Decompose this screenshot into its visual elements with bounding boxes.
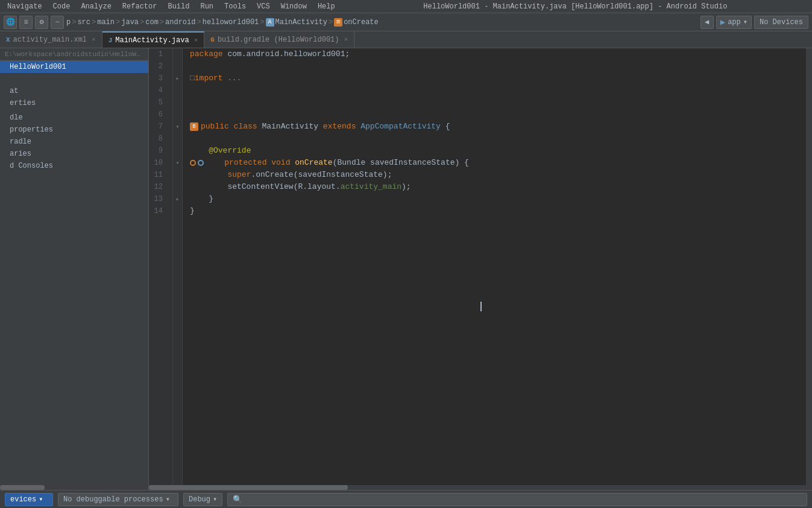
tab-label-xml: activity_main.xml bbox=[13, 36, 87, 44]
tab-close-java[interactable]: × bbox=[194, 37, 198, 44]
devices-dropdown[interactable]: evices ▾ bbox=[5, 493, 53, 506]
code-line-11: super.onCreate(savedInstanceState); bbox=[190, 169, 799, 181]
sidebar-scrollbar[interactable] bbox=[0, 485, 148, 490]
code-line-12: setContentView(R.layout.activity_main); bbox=[190, 181, 799, 193]
menu-analyze[interactable]: Analyze bbox=[76, 1, 116, 12]
gear-icon[interactable]: ⚙ bbox=[35, 16, 48, 29]
tab-close-xml[interactable]: × bbox=[92, 36, 96, 43]
code-line-5 bbox=[190, 97, 799, 109]
level-label: Debug bbox=[189, 495, 210, 504]
gradle-icon: G bbox=[210, 36, 215, 43]
menu-build[interactable]: Build bbox=[163, 1, 194, 12]
toolbar-right: ◀ ▶ app ▾ No Devices bbox=[700, 16, 808, 29]
code-line-10: protected void onCreate(Bundle savedInst… bbox=[190, 157, 799, 169]
no-devices-label: No Devices bbox=[760, 18, 803, 27]
tab-label-gradle: build.gradle (HelloWorld001) bbox=[218, 36, 339, 44]
xml-icon: X bbox=[6, 36, 10, 43]
fold-gutter: ▸ ▾ ▾ ▸ bbox=[173, 48, 183, 485]
breadcrumb-helloworld001[interactable]: helloworld001 bbox=[203, 18, 259, 27]
sidebar-item-radle[interactable]: radle bbox=[0, 136, 148, 148]
breadcrumb-mainactivity[interactable]: MainActivity bbox=[275, 18, 327, 27]
menu-code[interactable]: Code bbox=[48, 1, 75, 12]
breadcrumb-java[interactable]: java bbox=[121, 18, 139, 27]
minus-icon[interactable]: − bbox=[51, 16, 64, 29]
method-icon: m bbox=[334, 18, 342, 27]
vertical-scrollbar[interactable] bbox=[806, 48, 812, 485]
devices-dropdown-arrow: ▾ bbox=[39, 495, 43, 504]
code-line-1: package com.android.helloworld001; bbox=[190, 48, 799, 60]
menu-help[interactable]: Help bbox=[313, 1, 340, 12]
back-icon[interactable]: ◀ bbox=[700, 16, 714, 29]
search-icon: 🔍 bbox=[233, 495, 242, 504]
code-line-2 bbox=[190, 60, 799, 72]
breadcrumb-oncreate[interactable]: onCreate bbox=[344, 18, 379, 27]
sidebar: E:\workspace\androidstudio\HelloWo... He… bbox=[0, 48, 149, 490]
horizontal-scrollbar[interactable] bbox=[149, 485, 812, 490]
editor-tabs: X activity_main.xml × J MainActivity.jav… bbox=[0, 31, 812, 48]
breadcrumb-main[interactable]: main bbox=[97, 18, 115, 27]
breadcrumb-com[interactable]: com bbox=[145, 18, 159, 27]
tab-activity-main-xml[interactable]: X activity_main.xml × bbox=[0, 31, 102, 48]
breadcrumb: p > src > main > java > com > android > … bbox=[66, 18, 698, 27]
sidebar-path: E:\workspace\androidstudio\HelloWo... bbox=[0, 48, 148, 61]
status-bar: evices ▾ No debuggable processes ▾ Debug… bbox=[0, 490, 812, 508]
sidebar-item-at[interactable]: at bbox=[0, 85, 148, 97]
sidebar-item-erties[interactable]: erties bbox=[0, 97, 148, 109]
process-dropdown-arrow: ▾ bbox=[166, 495, 170, 504]
sidebar-item-dle[interactable]: dle bbox=[0, 112, 148, 124]
menu-tools[interactable]: Tools bbox=[219, 1, 251, 12]
menubar: Navigate Code Analyze Refactor Build Run… bbox=[0, 0, 812, 13]
process-dropdown[interactable]: No debuggable processes ▾ bbox=[58, 493, 178, 506]
code-editor[interactable]: package com.android.helloworld001; □impo… bbox=[183, 48, 806, 485]
level-dropdown-arrow: ▾ bbox=[213, 495, 217, 504]
code-line-8 bbox=[190, 133, 799, 145]
menu-window[interactable]: Window bbox=[276, 1, 312, 12]
breadcrumb-p[interactable]: p bbox=[66, 18, 71, 27]
logcat-search[interactable]: 🔍 bbox=[227, 493, 807, 506]
globe-icon[interactable]: 🌐 bbox=[4, 16, 17, 29]
app-dropdown[interactable]: ▶ app ▾ bbox=[716, 16, 752, 29]
line-numbers: 1 2 3 4 5 6 7 8 9 10 11 12 13 14 bbox=[149, 48, 173, 485]
devices-label: evices bbox=[10, 495, 36, 504]
sidebar-item-aries[interactable]: aries bbox=[0, 148, 148, 160]
code-line-7: B public class MainActivity extends AppC… bbox=[190, 121, 799, 133]
editor-area: 1 2 3 4 5 6 7 8 9 10 11 12 13 14 bbox=[149, 48, 812, 490]
code-line-6 bbox=[190, 109, 799, 121]
menu-refactor[interactable]: Refactor bbox=[118, 1, 162, 12]
tab-build-gradle[interactable]: G build.gradle (HelloWorld001) × bbox=[204, 31, 354, 48]
tab-mainactivity-java[interactable]: J MainActivity.java × bbox=[102, 31, 205, 48]
sidebar-item-properties[interactable]: properties bbox=[0, 124, 148, 136]
menu-vcs[interactable]: VCS bbox=[252, 1, 275, 12]
text-cursor bbox=[480, 302, 482, 311]
code-line-13: } bbox=[190, 193, 799, 205]
toolbar: 🌐 ≡ ⚙ − p > src > main > java > com > an… bbox=[0, 13, 812, 31]
sidebar-item-helloworld001[interactable]: HelloWorld001 bbox=[0, 61, 148, 73]
code-line-14: } bbox=[190, 205, 799, 217]
code-line-9: @Override bbox=[190, 145, 799, 157]
no-devices-button[interactable]: No Devices bbox=[754, 16, 808, 29]
menu-navigate[interactable]: Navigate bbox=[2, 1, 47, 12]
level-dropdown[interactable]: Debug ▾ bbox=[183, 493, 222, 506]
app-dropdown-arrow: ▾ bbox=[743, 17, 747, 27]
code-line-4 bbox=[190, 84, 799, 97]
activity-icon: A bbox=[266, 18, 274, 27]
settings-icon[interactable]: ≡ bbox=[19, 16, 33, 29]
main-area: E:\workspace\androidstudio\HelloWo... He… bbox=[0, 48, 812, 490]
editor-content[interactable]: 1 2 3 4 5 6 7 8 9 10 11 12 13 14 bbox=[149, 48, 812, 485]
breadcrumb-src[interactable]: src bbox=[77, 18, 90, 27]
tab-close-gradle[interactable]: × bbox=[344, 36, 348, 43]
menu-run[interactable]: Run bbox=[195, 1, 218, 12]
search-input[interactable] bbox=[245, 495, 802, 504]
java-icon: J bbox=[109, 37, 113, 44]
sidebar-item-d-consoles[interactable]: d Consoles bbox=[0, 160, 148, 172]
tab-label-java: MainActivity.java bbox=[115, 36, 189, 45]
app-label: app bbox=[728, 18, 741, 27]
no-debuggable-label: No debuggable processes bbox=[63, 495, 163, 504]
code-line-3: □import ... bbox=[190, 72, 799, 84]
window-title: HelloWorld001 - MainActivity.java [Hello… bbox=[341, 2, 810, 11]
breadcrumb-android[interactable]: android bbox=[165, 18, 195, 27]
